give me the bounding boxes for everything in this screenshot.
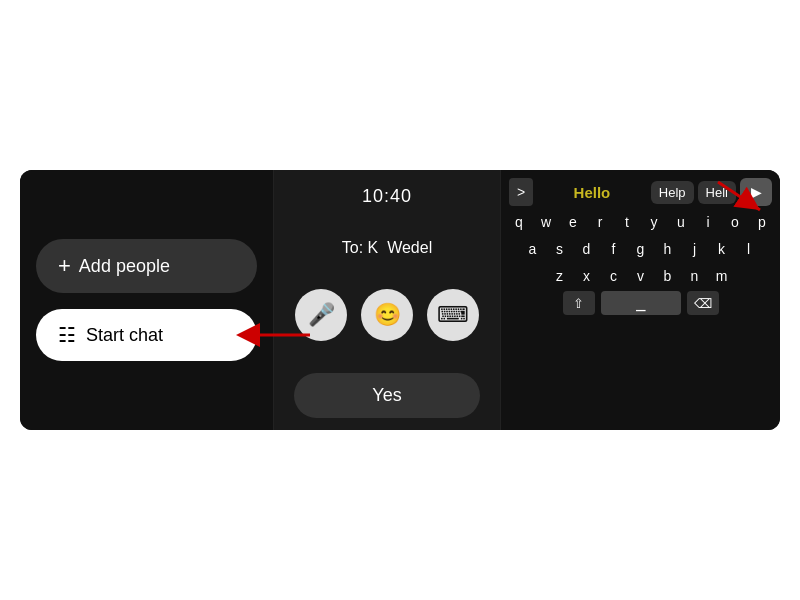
key-k[interactable]: k [710, 237, 734, 261]
key-u[interactable]: u [669, 210, 693, 234]
key-z[interactable]: z [548, 264, 572, 288]
key-b[interactable]: b [656, 264, 680, 288]
shift-button[interactable]: ⇧ [563, 291, 595, 315]
send-button[interactable]: ▶ [740, 178, 772, 206]
key-h[interactable]: h [656, 237, 680, 261]
suggestion-row: > Hello Help Heli ▶ [507, 178, 774, 206]
key-r[interactable]: r [588, 210, 612, 234]
keyboard-rows: q w e r t y u i o p a s d f g h [507, 210, 774, 315]
send-icon: ▶ [751, 184, 762, 200]
key-c[interactable]: c [602, 264, 626, 288]
keyboard-panel: > Hello Help Heli ▶ q w e r t y u i [501, 170, 780, 430]
chevron-button[interactable]: > [509, 178, 533, 206]
key-q[interactable]: q [507, 210, 531, 234]
key-o[interactable]: o [723, 210, 747, 234]
middle-panel: 10:40 To: K Wedel 🎤 😊 ⌨ Yes [274, 170, 501, 430]
suggestion-heli[interactable]: Heli [698, 181, 736, 204]
add-people-button[interactable]: + Add people [36, 239, 257, 293]
key-e[interactable]: e [561, 210, 585, 234]
space-button[interactable]: ⎯ [601, 291, 681, 315]
yes-button[interactable]: Yes [294, 373, 479, 418]
time-display: 10:40 [362, 186, 412, 207]
left-panel: + Add people ☷ Start chat [20, 170, 274, 430]
suggestion-help[interactable]: Help [651, 181, 694, 204]
keyboard-row-1: q w e r t y u i o p [507, 210, 774, 234]
action-buttons: 🎤 😊 ⌨ [295, 289, 479, 341]
keyboard-icon: ⌨ [437, 302, 469, 328]
key-d[interactable]: d [575, 237, 599, 261]
key-f[interactable]: f [602, 237, 626, 261]
watch-ui: + Add people ☷ Start chat [20, 170, 780, 430]
key-p[interactable]: p [750, 210, 774, 234]
to-line: To: K Wedel [342, 239, 432, 257]
key-n[interactable]: n [683, 264, 707, 288]
keyboard-button[interactable]: ⌨ [427, 289, 479, 341]
key-t[interactable]: t [615, 210, 639, 234]
add-people-label: Add people [79, 256, 170, 277]
emoji-button[interactable]: 😊 [361, 289, 413, 341]
key-v[interactable]: v [629, 264, 653, 288]
key-w[interactable]: w [534, 210, 558, 234]
key-l[interactable]: l [737, 237, 761, 261]
start-chat-label: Start chat [86, 325, 163, 346]
chat-icon: ☷ [58, 323, 76, 347]
start-chat-button[interactable]: ☷ Start chat [36, 309, 257, 361]
key-j[interactable]: j [683, 237, 707, 261]
key-y[interactable]: y [642, 210, 666, 234]
keyboard-row-3: z x c v b n m [507, 264, 774, 288]
left-arrow-annotation [255, 320, 315, 350]
plus-icon: + [58, 253, 71, 279]
key-m[interactable]: m [710, 264, 734, 288]
keyboard-bottom-row: ⇧ ⎯ ⌫ [507, 291, 774, 315]
keyboard-row-2: a s d f g h j k l [507, 237, 774, 261]
key-g[interactable]: g [629, 237, 653, 261]
emoji-icon: 😊 [374, 302, 401, 328]
key-x[interactable]: x [575, 264, 599, 288]
key-i[interactable]: i [696, 210, 720, 234]
key-s[interactable]: s [548, 237, 572, 261]
key-a[interactable]: a [521, 237, 545, 261]
hello-text: Hello [537, 184, 647, 201]
screenshot-container: + Add people ☷ Start chat [0, 0, 800, 600]
backspace-button[interactable]: ⌫ [687, 291, 719, 315]
